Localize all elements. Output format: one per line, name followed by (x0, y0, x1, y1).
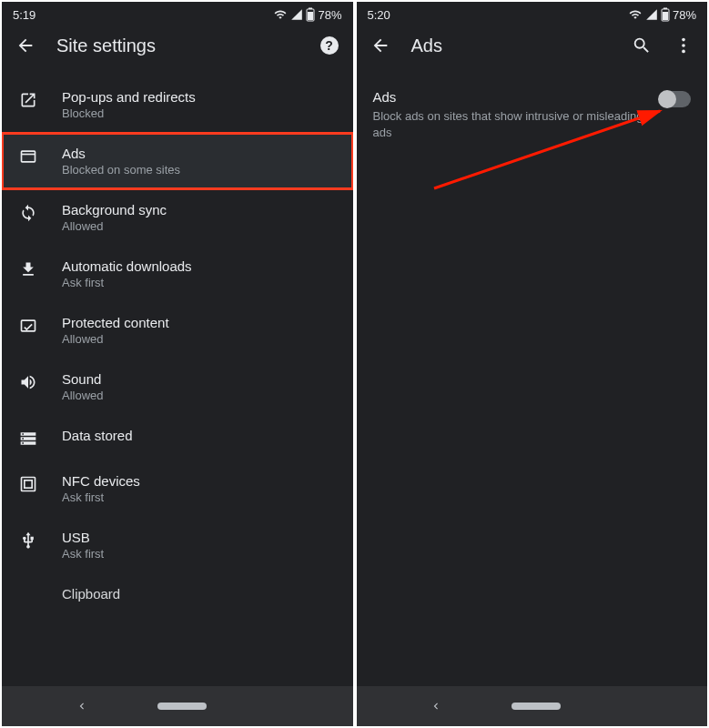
svg-rect-5 (22, 478, 35, 491)
row-sub: Ask first (62, 276, 337, 289)
nav-back-button[interactable] (425, 695, 447, 717)
search-icon (632, 35, 652, 56)
svg-point-10 (682, 38, 685, 42)
svg-rect-4 (22, 320, 35, 331)
nav-bar (2, 686, 353, 726)
back-button[interactable] (370, 35, 391, 56)
scroll-fade (2, 659, 353, 686)
setting-desc: Block ads on sites that show intrusive o… (373, 108, 648, 140)
svg-point-12 (682, 50, 685, 54)
status-time: 5:19 (13, 8, 35, 22)
setting-title: Ads (373, 89, 648, 105)
row-label: Ads (62, 146, 337, 161)
row-label: Background sync (62, 202, 337, 217)
row-sub: Allowed (62, 389, 337, 402)
wifi-icon (273, 8, 288, 21)
nav-bar (357, 686, 708, 726)
phone-right: 5:20 78% Ads Ads Block ads on sites that… (357, 2, 708, 726)
usb-icon (19, 531, 37, 550)
back-button[interactable] (15, 35, 36, 56)
row-sub: Ask first (62, 547, 337, 561)
nav-home-pill[interactable] (511, 703, 561, 710)
sound-icon (19, 373, 37, 391)
open-in-new-icon (19, 91, 37, 109)
more-button[interactable] (673, 35, 694, 56)
sync-icon (19, 204, 37, 222)
row-label: USB (62, 530, 337, 545)
row-sound[interactable]: SoundAllowed (2, 359, 353, 415)
arrow-back-icon (15, 35, 35, 56)
row-label: Protected content (62, 315, 337, 330)
svg-rect-8 (663, 8, 667, 10)
chevron-left-icon (430, 700, 442, 713)
row-automatic-downloads[interactable]: Automatic downloadsAsk first (2, 246, 353, 302)
signal-icon (645, 8, 658, 21)
app-bar: Ads (357, 25, 708, 71)
row-label: Data stored (62, 428, 337, 443)
row-label: Pop-ups and redirects (62, 89, 337, 105)
row-sub: Blocked (62, 106, 337, 120)
row-protected-content[interactable]: Protected contentAllowed (2, 302, 353, 359)
battery-icon (661, 7, 670, 22)
svg-rect-9 (663, 12, 668, 20)
status-bar: 5:20 78% (357, 2, 708, 25)
nfc-icon (19, 475, 37, 493)
status-bar: 5:19 78% (2, 2, 353, 25)
row-nfc[interactable]: NFC devicesAsk first (2, 460, 353, 517)
row-usb[interactable]: USBAsk first (2, 517, 353, 573)
row-label: NFC devices (62, 473, 337, 489)
more-vert-icon (674, 35, 694, 56)
svg-rect-3 (22, 151, 35, 162)
nav-back-button[interactable] (71, 695, 93, 717)
settings-list: Pop-ups and redirectsBlocked AdsBlocked … (2, 71, 353, 602)
protected-content-icon (19, 317, 37, 335)
page-title: Ads (411, 35, 612, 56)
svg-rect-6 (25, 480, 32, 488)
status-time: 5:20 (368, 8, 390, 22)
row-sub: Allowed (62, 332, 337, 346)
download-icon (19, 260, 37, 278)
battery-percent: 78% (318, 8, 341, 22)
row-label: Sound (62, 371, 337, 387)
row-data-stored[interactable]: Data stored (2, 415, 353, 460)
phone-left: 5:19 78% Site settings ? Pop-ups and red… (2, 2, 353, 726)
ads-setting-row[interactable]: Ads Block ads on sites that show intrusi… (357, 71, 708, 158)
nav-home-pill[interactable] (157, 703, 207, 710)
status-icons: 78% (273, 7, 341, 22)
battery-icon (306, 7, 315, 22)
search-button[interactable] (631, 35, 653, 56)
svg-rect-1 (309, 8, 312, 10)
help-icon: ? (320, 36, 339, 55)
signal-icon (290, 8, 303, 21)
app-bar: Site settings ? (2, 25, 353, 71)
svg-point-11 (682, 44, 685, 47)
svg-rect-2 (308, 12, 313, 20)
arrow-back-icon (370, 35, 390, 56)
status-icons: 78% (628, 7, 696, 22)
row-sub: Ask first (62, 490, 337, 504)
ad-icon (19, 147, 37, 166)
battery-percent: 78% (673, 8, 696, 22)
help-button[interactable]: ? (319, 35, 340, 56)
row-clipboard[interactable]: Clipboard (2, 573, 353, 602)
row-label: Clipboard (62, 586, 337, 602)
ads-toggle[interactable] (660, 91, 691, 107)
toggle-knob (658, 90, 676, 108)
wifi-icon (628, 8, 643, 21)
chevron-left-icon (76, 700, 88, 713)
storage-icon (19, 430, 37, 448)
row-label: Automatic downloads (62, 258, 337, 274)
row-background-sync[interactable]: Background syncAllowed (2, 189, 353, 246)
row-ads[interactable]: AdsBlocked on some sites (2, 133, 353, 189)
row-sub: Allowed (62, 219, 337, 233)
page-title: Site settings (56, 35, 299, 56)
row-popups[interactable]: Pop-ups and redirectsBlocked (2, 76, 353, 133)
row-sub: Blocked on some sites (62, 163, 337, 177)
